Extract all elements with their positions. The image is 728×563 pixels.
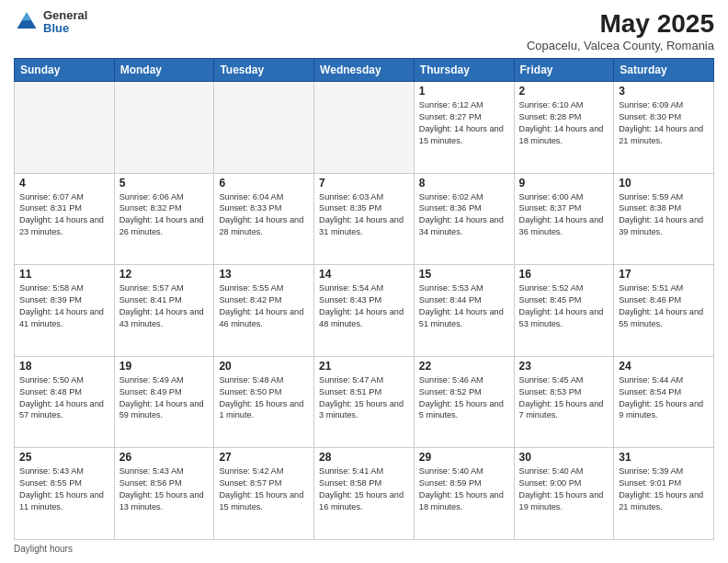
calendar-cell: 12Sunrise: 5:57 AM Sunset: 8:41 PM Dayli… (114, 265, 214, 357)
week-row-4: 18Sunrise: 5:50 AM Sunset: 8:48 PM Dayli… (15, 356, 714, 448)
calendar-cell: 5Sunrise: 6:06 AM Sunset: 8:32 PM Daylig… (114, 173, 214, 265)
day-number: 28 (319, 451, 409, 464)
day-info: Sunrise: 5:54 AM Sunset: 8:43 PM Dayligh… (319, 282, 409, 330)
day-number: 27 (219, 451, 309, 464)
day-number: 18 (19, 360, 109, 373)
day-info: Sunrise: 6:09 AM Sunset: 8:30 PM Dayligh… (619, 99, 709, 147)
svg-marker-1 (22, 13, 32, 21)
calendar-cell: 18Sunrise: 5:50 AM Sunset: 8:48 PM Dayli… (15, 356, 115, 448)
day-info: Sunrise: 5:50 AM Sunset: 8:48 PM Dayligh… (19, 374, 109, 422)
day-info: Sunrise: 5:46 AM Sunset: 8:52 PM Dayligh… (419, 374, 509, 422)
day-info: Sunrise: 5:55 AM Sunset: 8:42 PM Dayligh… (219, 282, 309, 330)
day-number: 23 (519, 360, 609, 373)
calendar-cell: 19Sunrise: 5:49 AM Sunset: 8:49 PM Dayli… (114, 356, 214, 448)
calendar-cell: 10Sunrise: 5:59 AM Sunset: 8:38 PM Dayli… (614, 173, 714, 265)
day-number: 25 (19, 451, 109, 464)
day-number: 31 (619, 451, 709, 464)
calendar-cell: 25Sunrise: 5:43 AM Sunset: 8:55 PM Dayli… (15, 448, 115, 540)
calendar-cell (214, 82, 314, 174)
calendar-cell: 22Sunrise: 5:46 AM Sunset: 8:52 PM Dayli… (414, 356, 514, 448)
weekday-header-row: SundayMondayTuesdayWednesdayThursdayFrid… (15, 59, 714, 82)
day-number: 13 (219, 268, 309, 281)
calendar-cell: 8Sunrise: 6:02 AM Sunset: 8:36 PM Daylig… (414, 173, 514, 265)
day-info: Sunrise: 5:40 AM Sunset: 9:00 PM Dayligh… (519, 465, 609, 513)
week-row-1: 1Sunrise: 6:12 AM Sunset: 8:27 PM Daylig… (15, 82, 714, 174)
calendar-cell: 11Sunrise: 5:58 AM Sunset: 8:39 PM Dayli… (15, 265, 115, 357)
day-info: Sunrise: 5:41 AM Sunset: 8:58 PM Dayligh… (319, 465, 409, 513)
page: General Blue May 2025 Copacelu, Valcea C… (0, 0, 728, 563)
day-info: Sunrise: 6:06 AM Sunset: 8:32 PM Dayligh… (119, 191, 210, 239)
day-number: 24 (619, 360, 709, 373)
day-info: Sunrise: 5:40 AM Sunset: 8:59 PM Dayligh… (419, 465, 509, 513)
day-info: Sunrise: 5:51 AM Sunset: 8:46 PM Dayligh… (619, 282, 709, 330)
day-number: 6 (219, 177, 309, 190)
logo-text: General Blue (43, 9, 87, 36)
logo-general: General (43, 9, 87, 22)
calendar-cell: 28Sunrise: 5:41 AM Sunset: 8:58 PM Dayli… (314, 448, 415, 540)
calendar-cell: 29Sunrise: 5:40 AM Sunset: 8:59 PM Dayli… (414, 448, 514, 540)
day-info: Sunrise: 5:45 AM Sunset: 8:53 PM Dayligh… (519, 374, 609, 422)
calendar-cell: 23Sunrise: 5:45 AM Sunset: 8:53 PM Dayli… (514, 356, 614, 448)
day-info: Sunrise: 5:39 AM Sunset: 9:01 PM Dayligh… (619, 465, 709, 513)
day-info: Sunrise: 6:10 AM Sunset: 8:28 PM Dayligh… (519, 99, 609, 147)
day-number: 21 (319, 360, 409, 373)
day-number: 1 (419, 85, 509, 98)
calendar-cell: 3Sunrise: 6:09 AM Sunset: 8:30 PM Daylig… (614, 82, 714, 174)
calendar-cell: 27Sunrise: 5:42 AM Sunset: 8:57 PM Dayli… (214, 448, 314, 540)
day-info: Sunrise: 6:12 AM Sunset: 8:27 PM Dayligh… (419, 99, 509, 147)
day-number: 17 (619, 268, 709, 281)
weekday-header-tuesday: Tuesday (214, 59, 314, 82)
footer-note: Daylight hours (14, 544, 714, 554)
calendar-cell: 31Sunrise: 5:39 AM Sunset: 9:01 PM Dayli… (614, 448, 714, 540)
weekday-header-thursday: Thursday (414, 59, 514, 82)
calendar-cell: 2Sunrise: 6:10 AM Sunset: 8:28 PM Daylig… (514, 82, 614, 174)
logo: General Blue (14, 9, 87, 36)
weekday-header-friday: Friday (514, 59, 614, 82)
day-info: Sunrise: 5:42 AM Sunset: 8:57 PM Dayligh… (219, 465, 309, 513)
calendar-body: 1Sunrise: 6:12 AM Sunset: 8:27 PM Daylig… (15, 82, 714, 540)
calendar-cell: 6Sunrise: 6:04 AM Sunset: 8:33 PM Daylig… (214, 173, 314, 265)
day-number: 8 (419, 177, 509, 190)
day-info: Sunrise: 6:02 AM Sunset: 8:36 PM Dayligh… (419, 191, 509, 239)
calendar-cell: 30Sunrise: 5:40 AM Sunset: 9:00 PM Dayli… (514, 448, 614, 540)
day-info: Sunrise: 6:04 AM Sunset: 8:33 PM Dayligh… (219, 191, 309, 239)
day-number: 14 (319, 268, 409, 281)
week-row-5: 25Sunrise: 5:43 AM Sunset: 8:55 PM Dayli… (15, 448, 714, 540)
week-row-3: 11Sunrise: 5:58 AM Sunset: 8:39 PM Dayli… (15, 265, 714, 357)
day-number: 9 (519, 177, 609, 190)
subtitle: Copacelu, Valcea County, Romania (527, 39, 714, 52)
day-info: Sunrise: 5:44 AM Sunset: 8:54 PM Dayligh… (619, 374, 709, 422)
day-info: Sunrise: 5:59 AM Sunset: 8:38 PM Dayligh… (619, 191, 709, 239)
day-info: Sunrise: 6:03 AM Sunset: 8:35 PM Dayligh… (319, 191, 409, 239)
week-row-2: 4Sunrise: 6:07 AM Sunset: 8:31 PM Daylig… (15, 173, 714, 265)
daylight-label: Daylight hours (14, 544, 73, 554)
day-info: Sunrise: 5:43 AM Sunset: 8:56 PM Dayligh… (119, 465, 210, 513)
logo-blue: Blue (43, 22, 87, 35)
weekday-header-sunday: Sunday (15, 59, 115, 82)
calendar-cell: 26Sunrise: 5:43 AM Sunset: 8:56 PM Dayli… (114, 448, 214, 540)
day-number: 11 (19, 268, 109, 281)
calendar-cell: 16Sunrise: 5:52 AM Sunset: 8:45 PM Dayli… (514, 265, 614, 357)
day-number: 3 (619, 85, 709, 98)
weekday-header-saturday: Saturday (614, 59, 714, 82)
day-info: Sunrise: 5:49 AM Sunset: 8:49 PM Dayligh… (119, 374, 210, 422)
day-number: 20 (219, 360, 309, 373)
day-info: Sunrise: 5:57 AM Sunset: 8:41 PM Dayligh… (119, 282, 210, 330)
calendar-cell: 7Sunrise: 6:03 AM Sunset: 8:35 PM Daylig… (314, 173, 415, 265)
weekday-header-monday: Monday (114, 59, 214, 82)
day-info: Sunrise: 5:48 AM Sunset: 8:50 PM Dayligh… (219, 374, 309, 422)
day-number: 16 (519, 268, 609, 281)
title-block: May 2025 Copacelu, Valcea County, Romani… (527, 9, 714, 52)
calendar-cell: 15Sunrise: 5:53 AM Sunset: 8:44 PM Dayli… (414, 265, 514, 357)
day-info: Sunrise: 5:43 AM Sunset: 8:55 PM Dayligh… (19, 465, 109, 513)
calendar-cell: 21Sunrise: 5:47 AM Sunset: 8:51 PM Dayli… (314, 356, 415, 448)
calendar-cell (15, 82, 115, 174)
calendar-cell: 17Sunrise: 5:51 AM Sunset: 8:46 PM Dayli… (614, 265, 714, 357)
calendar-cell (314, 82, 415, 174)
day-number: 22 (419, 360, 509, 373)
day-number: 26 (119, 451, 210, 464)
calendar-cell: 1Sunrise: 6:12 AM Sunset: 8:27 PM Daylig… (414, 82, 514, 174)
calendar-cell: 13Sunrise: 5:55 AM Sunset: 8:42 PM Dayli… (214, 265, 314, 357)
calendar-cell: 9Sunrise: 6:00 AM Sunset: 8:37 PM Daylig… (514, 173, 614, 265)
day-info: Sunrise: 5:52 AM Sunset: 8:45 PM Dayligh… (519, 282, 609, 330)
